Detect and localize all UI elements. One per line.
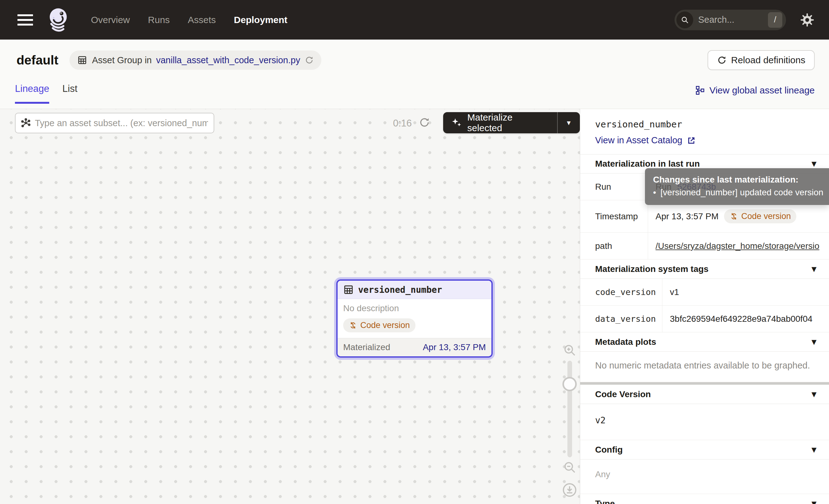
lineage-graph-icon	[695, 85, 705, 95]
collapse-caret-icon[interactable]: ▼	[812, 391, 817, 398]
zoom-in-icon[interactable]	[563, 343, 576, 357]
code-version-badge-label: Code version	[360, 321, 410, 330]
code-version-changed-badge[interactable]: Code version	[343, 318, 416, 332]
run-row-label: Run	[580, 174, 648, 200]
asset-group-pill-text: Asset Group in	[92, 55, 152, 65]
tooltip-bullet: •	[653, 186, 656, 199]
data-version-tag-row: data_version 3bfc269594ef649228e9a74bab0…	[580, 305, 829, 332]
section-label: Metadata plots	[595, 337, 656, 347]
section-materialization-system-tags: Materialization system tags ▼	[580, 259, 829, 279]
asset-node-footer: Materialized Apr 13, 3:57 PM	[337, 338, 492, 356]
section-config: Config ▼	[580, 440, 829, 460]
op-selector-icon	[21, 118, 31, 128]
data-version-tag-value: 3bfc269594ef649228e9a74bab00f04	[670, 314, 813, 324]
search-icon	[676, 11, 693, 28]
sidebar-asset-name: versioned_number	[580, 109, 829, 133]
tooltip-item: [versioned_number] updated code version	[660, 186, 823, 199]
tooltip-title: Changes since last materialization:	[653, 174, 826, 186]
nav-item-overview[interactable]: Overview	[91, 15, 130, 25]
asset-group-grid-icon	[77, 55, 87, 65]
section-label: Config	[595, 445, 623, 455]
dagster-logo-icon[interactable]	[45, 6, 71, 33]
code-version-tag-value: v1	[670, 287, 679, 297]
metadata-plots-empty-message: No numeric metadata entries available to…	[580, 352, 829, 382]
timestamp-code-version-badge[interactable]: Code version	[724, 209, 796, 223]
refresh-icon	[717, 55, 727, 65]
settings-gear-icon[interactable]	[800, 12, 815, 27]
tab-list[interactable]: List	[62, 83, 77, 104]
nav-item-deployment[interactable]: Deployment	[234, 15, 287, 25]
tab-lineage[interactable]: Lineage	[15, 83, 49, 104]
zoom-out-icon[interactable]	[563, 460, 576, 474]
path-value-link[interactable]: /Users/sryza/dagster_home/storage/versio	[655, 241, 819, 251]
view-global-asset-lineage-label: View global asset lineage	[710, 85, 815, 96]
sync-alert-icon	[349, 321, 357, 330]
primary-nav: Overview Runs Assets Deployment	[91, 15, 287, 25]
collapse-caret-icon[interactable]: ▼	[812, 500, 817, 504]
code-version-tag-key: code_version	[580, 279, 662, 305]
table-icon	[343, 284, 354, 295]
timestamp-row: Timestamp Apr 13, 3:57 PM Code version	[580, 200, 829, 233]
section-code-version: Code Version ▼	[580, 385, 829, 404]
collapse-caret-icon[interactable]: ▼	[812, 446, 817, 454]
section-label: Materialization system tags	[595, 264, 709, 274]
zoom-slider[interactable]	[567, 361, 572, 457]
collapse-caret-icon[interactable]: ▼	[812, 160, 817, 168]
path-row: path /Users/sryza/dagster_home/storage/v…	[580, 233, 829, 259]
view-in-asset-catalog-label: View in Asset Catalog	[595, 135, 682, 145]
global-search[interactable]: /	[675, 10, 786, 30]
asset-node-versioned-number[interactable]: versioned_number No description Code ver…	[336, 279, 493, 358]
materialize-selected-button[interactable]: Materialize selected	[443, 112, 557, 133]
materialized-timestamp-link[interactable]: Apr 13, 3:57 PM	[423, 342, 486, 352]
view-global-asset-lineage-link[interactable]: View global asset lineage	[695, 85, 815, 104]
collapse-caret-icon[interactable]: ▼	[812, 338, 817, 346]
page-title: default	[16, 53, 58, 68]
collapse-caret-icon[interactable]: ▼	[812, 265, 817, 273]
reload-definitions-label: Reload definitions	[731, 55, 806, 65]
search-input[interactable]	[693, 15, 768, 25]
asset-subset-input[interactable]	[34, 118, 209, 129]
hamburger-menu-icon[interactable]	[17, 14, 33, 26]
asset-group-pill: Asset Group in vanilla_asset_with_code_v…	[69, 50, 321, 70]
nav-item-runs[interactable]: Runs	[148, 15, 170, 25]
asset-node-body: No description Code version	[337, 299, 492, 338]
external-link-icon	[687, 136, 696, 145]
sync-alert-icon	[730, 212, 738, 220]
asset-node-name: versioned_number	[358, 285, 442, 295]
search-shortcut-badge: /	[768, 12, 782, 28]
code-file-link[interactable]: vanilla_asset_with_code_version.py	[156, 55, 300, 65]
nav-item-assets[interactable]: Assets	[188, 15, 216, 25]
timestamp-badge-label: Code version	[741, 212, 791, 221]
code-version-value: v2	[580, 404, 829, 440]
data-version-tag-key: data_version	[580, 305, 662, 332]
nav-right-cluster: /	[675, 10, 815, 30]
materialize-options-dropdown[interactable]: ▾	[558, 112, 580, 133]
path-row-label: path	[580, 233, 648, 259]
sparkles-icon	[451, 117, 463, 128]
asset-node-description: No description	[343, 303, 486, 313]
code-version-tag-row: code_version v1	[580, 279, 829, 305]
reload-location-icon[interactable]	[304, 56, 314, 65]
materialize-selected-label: Materialize selected	[467, 112, 549, 133]
section-label: Materialization in last run	[595, 159, 700, 169]
zoom-slider-knob[interactable]	[563, 377, 577, 391]
section-type: Type ▼	[580, 494, 829, 504]
materialize-selected-button-group: Materialize selected ▾	[443, 112, 580, 133]
asset-subset-filter[interactable]	[15, 113, 214, 133]
asset-details-sidebar: versioned_number View in Asset Catalog M…	[580, 109, 829, 504]
zoom-controls	[559, 343, 580, 498]
reload-definitions-button[interactable]: Reload definitions	[708, 50, 815, 70]
lineage-graph-canvas[interactable]: 0:16 Materialize selected ▾ versioned_nu…	[0, 109, 580, 504]
timestamp-row-label: Timestamp	[580, 200, 648, 232]
section-label: Type	[595, 499, 615, 504]
timestamp-value: Apr 13, 3:57 PM	[655, 212, 718, 221]
page-header: default Asset Group in vanilla_asset_wit…	[0, 40, 829, 109]
graph-refresh-icon[interactable]	[419, 116, 430, 128]
view-tabs: Lineage List	[15, 83, 77, 104]
config-value: Any	[580, 460, 829, 494]
panel-splitter-handle[interactable]	[580, 382, 829, 385]
view-in-asset-catalog-link[interactable]: View in Asset Catalog	[580, 133, 829, 154]
section-metadata-plots: Metadata plots ▼	[580, 332, 829, 352]
top-nav: Overview Runs Assets Deployment /	[0, 0, 829, 40]
download-image-icon[interactable]	[562, 482, 577, 498]
